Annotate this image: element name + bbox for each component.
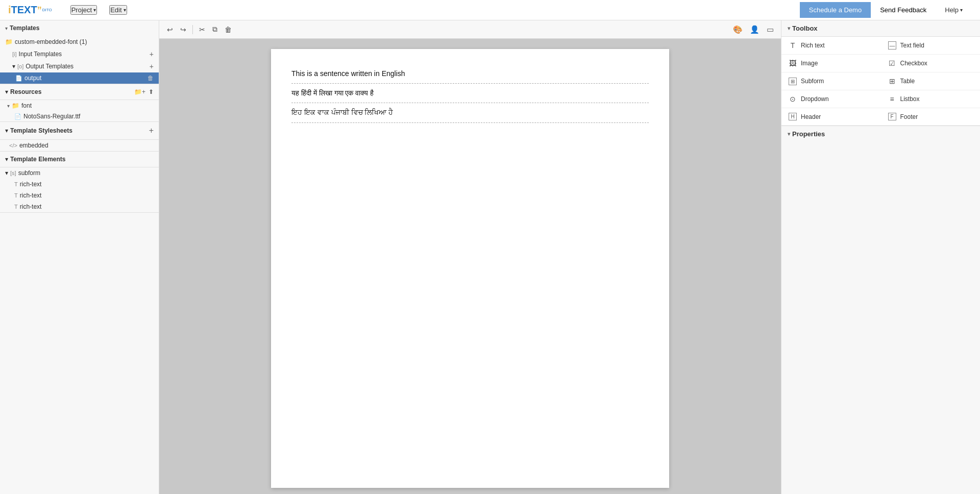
resources-chevron <box>5 88 8 95</box>
send-feedback-button[interactable]: Send Feedback <box>871 2 936 18</box>
properties-chevron <box>788 131 790 137</box>
toolbox-grid: T Rich text — Text field 🖼 Image ☑ Check… <box>781 37 980 126</box>
schedule-demo-button[interactable]: Schedule a Demo <box>800 2 871 18</box>
toolbox-header[interactable]: Toolbox <box>781 20 980 37</box>
subform-icon: [s] <box>10 170 16 176</box>
stylesheet-embedded-row[interactable]: </> embedded <box>0 140 159 151</box>
rich-text-row-1[interactable]: T rich-text <box>0 179 159 190</box>
toolbox-chevron <box>788 26 790 31</box>
top-navigation: iTEXT” DITO Project ▾ Edit ▾ Schedule a … <box>0 0 980 20</box>
toolbox-title: Toolbox <box>792 24 818 32</box>
rich-text-icon-1: T <box>14 181 18 187</box>
subform-tool-label: Subform <box>801 78 824 85</box>
stylesheet-label: embedded <box>19 142 48 149</box>
output-templates-row[interactable]: [o] Output Templates + <box>0 60 159 72</box>
toolbox-subform[interactable]: ⊞ Subform <box>781 72 881 90</box>
rich-text-icon: T <box>789 41 797 50</box>
resources-header[interactable]: Resources 📁+ ⬆ <box>0 84 159 100</box>
toolbox-rich-text[interactable]: T Rich text <box>781 37 881 55</box>
stylesheet-icon: </> <box>9 142 17 149</box>
rich-text-label-2: rich-text <box>20 192 42 199</box>
file-icon: 📄 <box>15 75 22 82</box>
font-folder-row[interactable]: 📁 font <box>0 100 159 111</box>
template-stylesheets-section: Template Stylesheets + </> embedded <box>0 122 159 152</box>
output-templates-add-button[interactable]: + <box>150 62 154 70</box>
help-button[interactable]: Help ▾ <box>936 2 972 18</box>
toolbox-table[interactable]: ⊞ Table <box>881 72 981 90</box>
footer-label: Footer <box>900 113 918 120</box>
rich-text-label: Rich text <box>801 42 825 49</box>
templates-title: Templates <box>10 24 154 32</box>
canvas-line-1: This is a sentence written in English <box>291 67 649 84</box>
footer-icon: F <box>888 113 896 120</box>
input-templates-row[interactable]: [i] Input Templates + <box>0 48 159 60</box>
subform-row[interactable]: [s] subform <box>0 167 159 179</box>
main-layout: Templates 📁 custom-embedded-font (1) [i]… <box>0 20 980 494</box>
te-title: Template Elements <box>10 156 154 163</box>
folder-icon: 📁 <box>5 38 13 45</box>
nav-edit[interactable]: Edit ▾ <box>109 5 127 15</box>
image-label: Image <box>801 60 818 67</box>
dropdown-label: Dropdown <box>801 95 829 103</box>
resources-upload-icon[interactable]: ⬆ <box>149 88 154 95</box>
rich-text-label-3: rich-text <box>20 203 42 210</box>
ts-title: Template Stylesheets <box>10 127 147 134</box>
rich-text-icon-2: T <box>14 192 18 199</box>
rich-text-row-2[interactable]: T rich-text <box>0 190 159 201</box>
folder-custom-embedded-font[interactable]: 📁 custom-embedded-font (1) <box>0 36 159 48</box>
user-button[interactable]: 👤 <box>748 23 762 36</box>
template-elements-header[interactable]: Template Elements <box>0 152 159 167</box>
templates-header[interactable]: Templates <box>0 20 159 36</box>
rich-text-label-1: rich-text <box>20 181 42 188</box>
toolbar-right: 🎨 👤 ▭ <box>731 23 776 36</box>
redo-button[interactable]: ↪ <box>178 24 189 35</box>
delete-button[interactable]: 🗑 <box>222 24 234 35</box>
canvas-page[interactable]: This is a sentence written in English यह… <box>271 49 669 488</box>
toolbox-text-field[interactable]: — Text field <box>881 37 981 55</box>
toolbox-footer[interactable]: F Footer <box>881 108 981 126</box>
input-templates-add-button[interactable]: + <box>150 50 154 58</box>
undo-button[interactable]: ↩ <box>164 24 176 35</box>
logo: iTEXT” DITO <box>8 4 52 16</box>
copy-button[interactable]: ⧉ <box>210 23 220 35</box>
header-icon: H <box>789 113 797 120</box>
resources-actions: 📁+ ⬆ <box>134 88 154 95</box>
template-elements-section: Template Elements [s] subform T rich-tex… <box>0 152 159 213</box>
nav-project[interactable]: Project ▾ <box>70 5 97 15</box>
subform-label: subform <box>18 169 40 177</box>
resources-folder-icon[interactable]: 📁+ <box>134 88 145 95</box>
cut-button[interactable]: ✂ <box>197 24 208 35</box>
monitor-button[interactable]: ▭ <box>765 23 776 36</box>
te-chevron <box>5 156 8 163</box>
toolbox-listbox[interactable]: ≡ Listbox <box>881 90 981 108</box>
resources-section: Resources 📁+ ⬆ 📁 font 📄 NotoSans-Regular… <box>0 84 159 122</box>
rich-text-row-3[interactable]: T rich-text <box>0 201 159 212</box>
templates-chevron <box>5 26 8 31</box>
table-label: Table <box>900 78 915 85</box>
toolbox-header[interactable]: H Header <box>781 108 881 126</box>
font-file-row[interactable]: 📄 NotoSans-Regular.ttf <box>0 111 159 121</box>
logo-text: iTEXT” <box>8 4 42 16</box>
rich-text-icon-3: T <box>14 204 18 210</box>
ts-add-button[interactable]: + <box>149 126 154 135</box>
toolbox-checkbox[interactable]: ☑ Checkbox <box>881 55 981 72</box>
header-label: Header <box>801 113 821 120</box>
input-templates-label: Input Templates <box>19 51 62 58</box>
output-file-delete-button[interactable]: 🗑 <box>148 75 154 82</box>
palette-button[interactable]: 🎨 <box>731 23 745 36</box>
toolbar-separator-1 <box>192 25 193 34</box>
font-folder-icon: 📁 <box>12 102 19 109</box>
toolbox-dropdown[interactable]: ⊙ Dropdown <box>781 90 881 108</box>
dropdown-icon: ⊙ <box>789 95 797 103</box>
properties-title: Properties <box>792 130 825 138</box>
templates-section: Templates 📁 custom-embedded-font (1) [i]… <box>0 20 159 84</box>
toolbox-image[interactable]: 🖼 Image <box>781 55 881 72</box>
output-file-label: output <box>24 75 41 82</box>
template-stylesheets-header[interactable]: Template Stylesheets + <box>0 122 159 140</box>
output-templates-icon: [o] <box>17 63 23 69</box>
properties-header[interactable]: Properties <box>781 126 980 142</box>
canvas-wrapper: This is a sentence written in English यह… <box>159 39 781 494</box>
output-templates-chevron <box>12 63 15 70</box>
output-file-row[interactable]: 📄 output 🗑 <box>0 72 159 84</box>
canvas-line-2: यह हिंदी में लिखा गया एक वाक्य है <box>291 87 649 103</box>
